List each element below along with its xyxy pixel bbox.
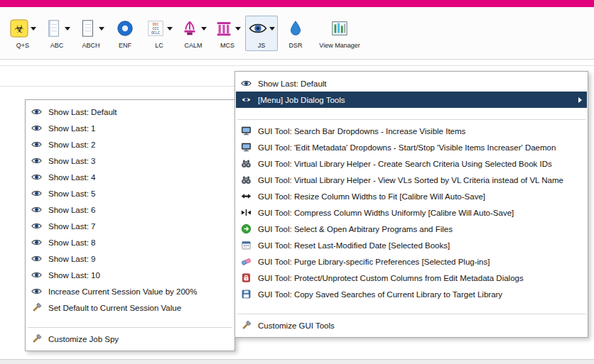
menu-item[interactable]: Show Last: 6	[26, 202, 234, 218]
menu-separator	[237, 119, 585, 120]
menu-item-label: Show Last: 9	[48, 255, 95, 263]
hammer-icon	[30, 333, 43, 345]
toolbar-button-abch[interactable]: ABCH	[75, 16, 107, 51]
menu-item[interactable]: Set Default to Current Session Value	[26, 299, 234, 316]
background-panel-divider	[0, 86, 237, 87]
toolbar-button-view-manager[interactable]: View Manager	[313, 16, 366, 51]
menu-item-label: GUI Tool: Virtual Library Helper - View …	[258, 176, 563, 184]
menu-item[interactable]: Show Last: 9	[26, 250, 234, 267]
submenu-arrow-icon	[578, 97, 582, 103]
copy-icon	[239, 289, 253, 300]
menu-item[interactable]: GUI Tool: Virtual Library Helper - Creat…	[236, 155, 587, 172]
eye-icon	[30, 204, 43, 216]
hammer-icon	[239, 320, 253, 331]
dropdown-arrow-icon[interactable]	[99, 27, 104, 31]
menu-item[interactable]: Show Last: 7	[26, 218, 234, 234]
view-manager-icon	[330, 19, 349, 38]
job-dialog-tools-submenu: Show Last: DefaultShow Last: 1Show Last:…	[25, 99, 235, 351]
menu-item[interactable]: GUI Tool: Compress Column Widths Uniform…	[236, 204, 587, 221]
menu-item-label: Show Last: 5	[48, 189, 95, 198]
catalog-icon: ODCCCCOCLC	[146, 19, 165, 38]
dropdown-arrow-icon[interactable]	[31, 27, 36, 31]
dropdown-arrow-icon[interactable]	[269, 27, 275, 31]
menu-item-label: Show Last: Default	[48, 108, 117, 116]
menu-item-label: Show Last: Default	[258, 79, 327, 88]
eye-icon	[30, 123, 43, 134]
menu-item-label: GUI Tool: Copy Saved Searches of Current…	[258, 290, 502, 299]
toolbar-button-abc[interactable]: ABC	[40, 16, 73, 51]
job-spy-main-menu: Show Last: Default[Menu] Job Dialog Tool…	[234, 71, 588, 338]
compress-icon	[239, 207, 253, 219]
toolbar-button-lc[interactable]: ODCCCCOCLC LC	[143, 16, 176, 51]
menu-item-label: Customize GUI Tools	[258, 321, 335, 330]
eye-icon	[249, 19, 267, 38]
toolbar-button-js[interactable]: JS	[245, 16, 278, 51]
toolbar-button-label: LC	[155, 42, 163, 49]
toolbar-button-label: View Manager	[319, 42, 360, 49]
menu-item[interactable]: Show Last: 4	[26, 169, 234, 185]
menu-item-label: GUI Tool: Select & Open Arbitrary Progra…	[258, 225, 453, 233]
menu-item-label: GUI Tool: 'Edit Metadata' Dropdowns - St…	[258, 143, 556, 152]
dropdown-arrow-icon[interactable]	[235, 27, 241, 31]
monitor-icon	[239, 126, 253, 137]
eye-icon	[239, 94, 253, 106]
menu-item[interactable]: Show Last: 10	[26, 267, 234, 283]
menu-item-label: Set Default to Current Session Value	[48, 304, 181, 312]
eye-icon	[30, 155, 43, 167]
dropdown-arrow-icon[interactable]	[65, 27, 70, 31]
window-titlebar[interactable]	[0, 0, 594, 7]
toolbar-button-enf[interactable]: ENF	[109, 16, 141, 51]
toolbar-button-mcs[interactable]: MCS	[211, 16, 244, 51]
toolbar-button-label: ABCH	[82, 42, 99, 49]
menu-item[interactable]: GUI Tool: Resize Column Widths to Fit [C…	[236, 188, 587, 204]
page-icon	[78, 19, 97, 38]
menu-item[interactable]: Show Last: 2	[26, 136, 234, 153]
eye-icon	[30, 188, 43, 199]
menu-item[interactable]: [Menu] Job Dialog Tools	[236, 92, 587, 108]
menu-item-label: Show Last: 10	[48, 271, 100, 280]
menu-item-label: Show Last: 7	[48, 222, 95, 231]
eye-icon	[30, 139, 43, 150]
menu-item-label: Show Last: 8	[48, 238, 95, 247]
toolbar-button-label: Q+S	[16, 42, 29, 49]
toolbar-button-calm[interactable]: CALM	[177, 16, 210, 51]
toolbar-button-dsr[interactable]: DSR	[279, 16, 312, 51]
menu-spacer	[236, 302, 587, 311]
status-bar-strip	[0, 359, 594, 364]
menu-item[interactable]: GUI Tool: Reset Last-Modified Date [Sele…	[236, 237, 587, 253]
resize-icon	[239, 191, 253, 202]
menu-item[interactable]: Customize GUI Tools	[236, 317, 587, 333]
menu-item[interactable]: Show Last: 5	[26, 185, 234, 202]
svg-text:☣: ☣	[14, 23, 23, 35]
toolbar-button-label: DSR	[288, 42, 302, 49]
eye-icon	[30, 286, 43, 297]
svg-text:ODC: ODC	[152, 23, 158, 27]
eye-icon	[30, 172, 43, 183]
menu-item[interactable]: Show Last: 8	[26, 234, 234, 250]
menu-item[interactable]: Show Last: 1	[26, 120, 234, 136]
menu-item[interactable]: GUI Tool: Protect/Unprotect Custom Colum…	[236, 270, 587, 286]
toolbar-button-qs[interactable]: ☣ Q+S	[6, 16, 39, 51]
select-open-icon	[239, 224, 253, 235]
menu-item-label: Show Last: 6	[48, 206, 95, 214]
menu-item[interactable]: Customize Job Spy	[26, 331, 234, 347]
svg-text:CCC: CCC	[152, 27, 158, 31]
dropdown-arrow-icon[interactable]	[167, 27, 173, 31]
menu-item[interactable]: Show Last: Default	[26, 104, 234, 120]
menu-item[interactable]: GUI Tool: Select & Open Arbitrary Progra…	[236, 221, 587, 237]
menu-item[interactable]: Show Last: 3	[26, 153, 234, 169]
menu-item[interactable]: Increase Current Session Value by 200%	[26, 283, 234, 299]
menu-item-label: GUI Tool: Reset Last-Modified Date [Sele…	[258, 241, 450, 250]
menu-item[interactable]: GUI Tool: Search Bar Dropdowns - Increas…	[236, 123, 587, 139]
menu-item[interactable]: GUI Tool: Copy Saved Searches of Current…	[236, 286, 587, 302]
eye-icon	[239, 78, 253, 89]
menu-item[interactable]: Show Last: Default	[236, 75, 587, 92]
menu-item-label: GUI Tool: Resize Column Widths to Fit [C…	[258, 192, 485, 201]
monitor-icon	[239, 142, 253, 153]
menu-item[interactable]: GUI Tool: Purge Library-specific Prefere…	[236, 253, 587, 270]
toolbar-button-label: ENF	[119, 42, 131, 49]
menu-item[interactable]: GUI Tool: 'Edit Metadata' Dropdowns - St…	[236, 139, 587, 155]
menu-item-label: Customize Job Spy	[48, 335, 119, 343]
menu-item[interactable]: GUI Tool: Virtual Library Helper - View …	[236, 172, 587, 188]
dropdown-arrow-icon[interactable]	[201, 27, 207, 31]
